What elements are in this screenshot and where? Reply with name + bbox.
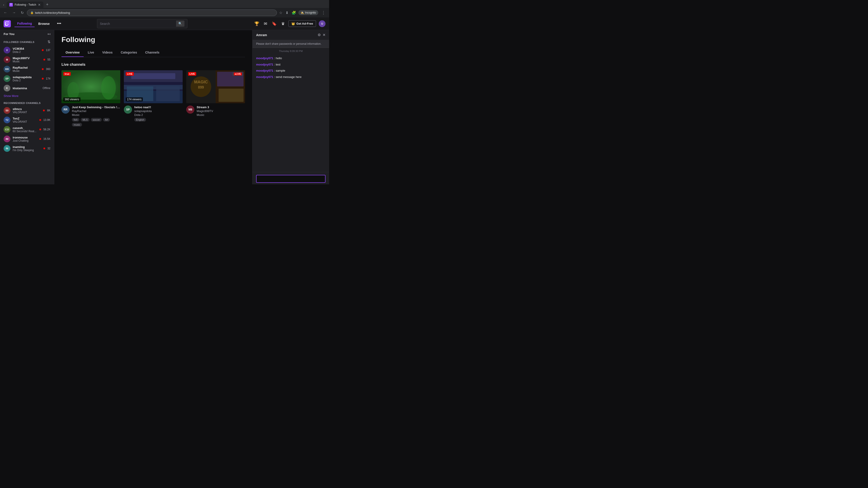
reload-button[interactable]: ↻ xyxy=(19,10,26,16)
stream-cards: true 360 viewers RR Just Keep Swimming -… xyxy=(61,70,245,127)
sidebar-item-tenz[interactable]: TZ TenZ VALORANT 13.9K xyxy=(0,115,54,125)
notifications-icon[interactable]: 🔖 xyxy=(271,20,278,27)
browser-chrome: ‹ T Following - Twitch ✕ + ← → ↻ 🔒 twitc… xyxy=(0,0,329,18)
tab-categories[interactable]: Categories xyxy=(117,48,141,57)
tab-live[interactable]: Live xyxy=(84,48,98,57)
tab-close-button[interactable]: ✕ xyxy=(38,3,41,6)
channel-avatar-caseoh: CO xyxy=(4,126,10,133)
download-button[interactable]: ⬇ xyxy=(285,10,289,16)
get-ad-free-button[interactable]: 👑 Get Ad-Free xyxy=(288,20,316,27)
channel-game-caseoh: 60 Seconds! Reat... xyxy=(13,130,37,133)
crown-icon[interactable]: ♛ xyxy=(280,20,286,27)
incognito-badge[interactable]: 🕵 Incognito xyxy=(298,10,318,15)
stream-details-solapsapdota: hetoo naa!!! solapsapdota Dota 2 English xyxy=(134,105,183,122)
search-button[interactable]: 🔍 xyxy=(176,21,184,27)
chat-message-3: moodjoy071 : send message here xyxy=(256,75,326,79)
address-bar[interactable]: 🔒 twitch.tv/directory/following xyxy=(27,9,277,16)
streamer-avatar-magic899tv: M8 xyxy=(186,105,194,113)
sidebar-item-kkatamina[interactable]: K kkatamina Offline xyxy=(0,84,54,93)
back-button[interactable]: ← xyxy=(2,10,9,15)
tag-fish[interactable]: fish xyxy=(72,118,79,122)
inbox-icon[interactable]: ✉ xyxy=(263,20,268,27)
stream-thumbnail-solapsapdota: LIVE 174 viewers xyxy=(124,70,183,103)
channel-live-dot-ironmouse xyxy=(39,138,41,140)
channel-viewers-tenz: 13.9K xyxy=(43,119,51,122)
sidebar-item-s0mcs[interactable]: S0 s0mcs VALORANT 8K xyxy=(0,106,54,115)
for-you-label: For You xyxy=(4,32,14,36)
bookmark-button[interactable]: ☆ xyxy=(278,10,283,16)
chat-username-3: moodjoy071 xyxy=(256,75,273,78)
sidebar-collapse-button[interactable]: ↤ xyxy=(48,32,51,36)
channel-name-ironmouse: ironmouse xyxy=(13,136,37,139)
channel-avatar-magic899tv: M xyxy=(4,56,10,63)
sidebar-item-magic899tv[interactable]: M Magic899TV Music 55 xyxy=(0,55,54,64)
chat-body-0: hello xyxy=(276,57,282,60)
sidebar-item-rayrachel[interactable]: RR RayRachel Music 360 xyxy=(0,64,54,74)
stream-card-solapsapdota[interactable]: LIVE 174 viewers SP hetoo naa!!! solapsa… xyxy=(124,70,183,127)
channel-viewers-caseoh: 58.2K xyxy=(43,128,51,131)
chat-text-2: : xyxy=(274,69,276,72)
header-more-button[interactable]: ••• xyxy=(56,20,62,27)
sidebar-item-solapsapdota[interactable]: SP solapsapdota Dota 2 174 xyxy=(0,74,54,84)
stream-game-solapsapdota: Dota 2 xyxy=(134,113,183,117)
tag-english[interactable]: English xyxy=(134,118,146,122)
show-more-button[interactable]: Show More xyxy=(0,93,54,99)
channel-name-solapsapdota: solapsapdota xyxy=(13,75,39,79)
tab-channels[interactable]: Channels xyxy=(141,48,163,57)
new-tab-button[interactable]: + xyxy=(44,1,51,8)
chat-message-1: moodjoy071 : test xyxy=(256,62,326,67)
sidebar-item-vcm354[interactable]: V VCM354 Dota 2 137 xyxy=(0,45,54,55)
channel-info-vcm354: VCM354 Dota 2 xyxy=(13,47,39,54)
tab-videos[interactable]: Videos xyxy=(98,48,117,57)
channel-offline-kkatamina: Offline xyxy=(43,87,51,90)
nav-item-browse[interactable]: Browse xyxy=(35,21,53,27)
channel-name-rayrachel: RayRachel xyxy=(13,66,39,69)
user-avatar[interactable]: U xyxy=(319,20,326,27)
recommended-channels-header: RECOMMENDED CHANNELS xyxy=(0,99,54,106)
address-text: twitch.tv/directory/following xyxy=(35,11,70,14)
search-input[interactable] xyxy=(100,22,174,26)
forward-button[interactable]: → xyxy=(10,10,18,15)
channel-live-dot-solapsapdota xyxy=(42,78,43,79)
stream-card-magic899tv[interactable]: MAGIC 899 LIVE ●LIVE M8 xyxy=(186,70,245,127)
stream-info-solapsapdota: SP hetoo naa!!! solapsapdota Dota 2 Engl… xyxy=(124,105,183,122)
tag-soccer[interactable]: soccer xyxy=(91,118,102,122)
tag-art[interactable]: Art xyxy=(103,118,110,122)
chat-input-area xyxy=(252,172,329,184)
sidebar-item-inamiing[interactable]: IN inamiing I'm Only Sleeping 32 xyxy=(0,144,54,153)
channel-live-dot-inamiing xyxy=(43,148,45,149)
twitch-logo[interactable] xyxy=(4,20,11,27)
browser-tab-active[interactable]: T Following - Twitch ✕ xyxy=(6,2,43,8)
streamer-avatar-rayrachel: RR xyxy=(61,105,70,113)
tab-scroll-left[interactable]: ‹ xyxy=(2,2,6,7)
channel-info-caseoh: caseoh_ 60 Seconds! Reat... xyxy=(13,126,37,133)
stream-thumbnail-magic899tv: MAGIC 899 LIVE ●LIVE xyxy=(186,70,245,103)
stream-title-rayrachel: Just Keep Swimming - !Socials !Merch xyxy=(72,105,120,109)
channel-viewers-ironmouse: 16.5K xyxy=(43,137,51,140)
channel-game-rayrachel: Music xyxy=(13,69,39,72)
channel-avatar-inamiing: IN xyxy=(4,145,10,152)
channel-game-inamiing: I'm Only Sleeping xyxy=(13,149,41,152)
sidebar-item-caseoh[interactable]: CO caseoh_ 60 Seconds! Reat... 58.2K xyxy=(0,125,54,134)
extension-button[interactable]: 🧩 xyxy=(291,10,297,16)
chat-settings-button[interactable]: ⚙ xyxy=(318,33,321,37)
sidebar-item-ironmouse[interactable]: IM ironmouse Just Chatting 16.5K xyxy=(0,134,54,144)
chat-close-button[interactable]: ✕ xyxy=(322,33,326,37)
tab-overview[interactable]: Overview xyxy=(61,48,84,57)
stream-info-rayrachel: RR Just Keep Swimming - !Socials !Merch … xyxy=(61,105,120,127)
channel-live-dot-caseoh xyxy=(39,129,41,130)
live-badge-stream3: LIVE xyxy=(188,72,196,76)
stream-card-rayrachel[interactable]: true 360 viewers RR Just Keep Swimming -… xyxy=(61,70,120,127)
streamer-name-solapsapdota: solapsapdota xyxy=(134,109,183,113)
prime-icon[interactable]: 🏆 xyxy=(253,20,260,27)
tag-music[interactable]: music xyxy=(72,123,82,127)
tag-mls[interactable]: MLS xyxy=(81,118,90,122)
chat-input[interactable] xyxy=(256,175,326,183)
page-tabs: Overview Live Videos Categories Channels xyxy=(61,48,245,57)
channel-live-dot-rayrachel xyxy=(42,68,43,70)
channel-viewers-inamiing: 32 xyxy=(48,147,51,150)
sidebar-sort-button[interactable]: ⇅ xyxy=(48,40,51,44)
stream-details-rayrachel: Just Keep Swimming - !Socials !Merch Ray… xyxy=(72,105,120,127)
browser-menu-button[interactable]: ⋮ xyxy=(320,9,327,16)
nav-item-following[interactable]: Following xyxy=(14,20,35,27)
